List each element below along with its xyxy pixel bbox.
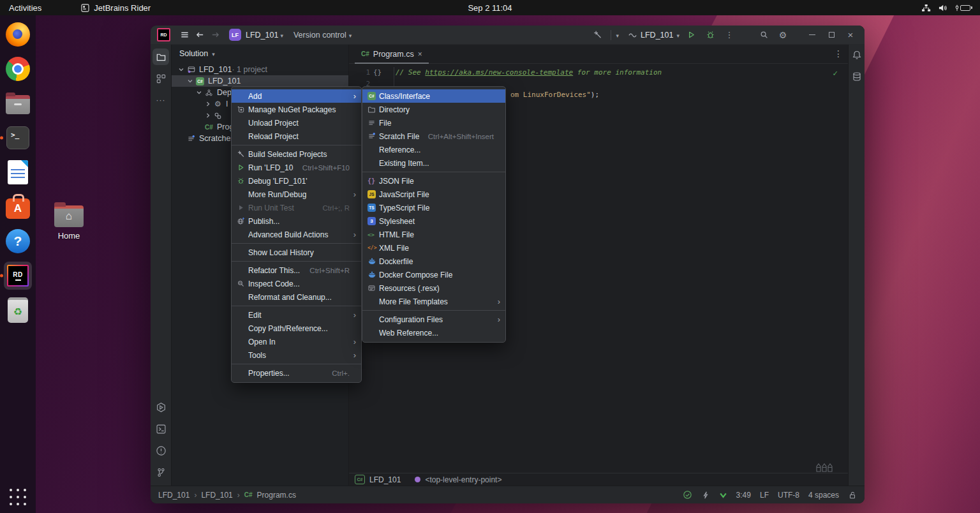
breadcrumb-project[interactable]: LFD_101 [369,475,401,484]
dock-item-ubuntu-software[interactable]: A [4,193,32,221]
desktop-home-icon[interactable]: ⌂ Home [51,205,87,241]
menu-item-reformat-and-cleanup[interactable]: Reformat and Cleanup... [232,290,361,304]
git-toolwindow-button[interactable] [152,464,169,480]
menu-item-javascript-file[interactable]: JSJavaScript File [362,188,505,201]
build-status-icon[interactable] [683,490,692,500]
menu-item-typescript-file[interactable]: TSTypeScript File [362,201,505,214]
maximize-button[interactable] [824,27,839,43]
menu-item-configuration-files[interactable]: Configuration Files› [362,313,505,326]
caret-position[interactable]: 3:49 [736,491,751,500]
kebab-icon[interactable]: ⋮ [834,48,843,59]
menu-item-resources-resx[interactable]: Resources (.resx) [362,281,505,295]
dock-item-libreoffice-writer[interactable] [4,158,32,186]
dock-item-firefox[interactable] [4,20,32,48]
database-toolwindow-button[interactable] [852,71,862,84]
tree-chevron-icon[interactable] [204,101,212,107]
forward-button[interactable] [207,27,223,43]
project-widget[interactable]: LF LFD_101 ▾ [229,29,283,41]
menu-item-reference[interactable]: Reference... [362,143,505,156]
menu-item-html-file[interactable]: <>HTML File [362,228,505,241]
dock-item-chrome[interactable] [4,55,32,83]
activities-button[interactable]: Activities [9,3,41,13]
menu-item-unload-project[interactable]: Unload Project [232,116,361,130]
menu-item-run-lfd-101[interactable]: Run 'LFD_101'Ctrl+Shift+F10 [232,161,361,174]
close-button[interactable]: × [843,27,858,43]
tree-chevron-icon[interactable] [186,78,195,84]
chevron-down-icon[interactable]: ▾ [616,33,620,39]
dock-item-jetbrains-rider[interactable]: RD [4,262,32,290]
more-toolwindows-button[interactable]: ··· [152,92,169,108]
menu-item-scratch-file[interactable]: Scratch FileCtrl+Alt+Shift+Insert [362,130,505,143]
menu-item-copy-path-reference[interactable]: Copy Path/Reference... [232,322,361,335]
tree-chevron-icon[interactable] [177,66,186,73]
tree-item-lfd-101[interactable]: C#LFD_101 [172,75,348,87]
main-menu-button[interactable] [177,27,192,43]
status-path-item[interactable]: LFD_101 [158,491,189,500]
build-button[interactable] [590,27,605,43]
menu-item-existing-item[interactable]: Existing Item... [362,156,505,170]
close-icon[interactable]: × [418,50,422,59]
menu-item-properties[interactable]: Properties...Ctrl+. [232,366,361,380]
fold-marker[interactable]: {} [370,67,387,78]
menu-item-more-run-debug[interactable]: More Run/Debug› [232,188,361,201]
menu-item-reload-project[interactable]: Reload Project [232,130,361,143]
menu-item-advanced-build-actions[interactable]: Advanced Build Actions› [232,228,361,241]
toolwindow-header[interactable]: Solution ▾ [172,45,348,62]
tab-program-cs[interactable]: C# Program.cs × [355,45,429,63]
tree-chevron-icon[interactable] [195,89,204,96]
vcs-widget[interactable]: Version control ▾ [293,31,352,40]
problems-toolwindow-button[interactable] [152,442,169,459]
menu-item-tools[interactable]: Tools› [232,348,361,362]
terminal-toolwindow-button[interactable] [152,420,169,437]
menu-item-json-file[interactable]: {}JSON File [362,174,505,188]
file-encoding[interactable]: UTF-8 [778,491,799,500]
system-tray[interactable] [921,4,972,12]
menu-item-file[interactable]: File [362,116,505,130]
run-button[interactable] [683,27,699,43]
search-everywhere-button[interactable] [756,27,771,43]
dock-item-help[interactable]: ? [4,227,32,255]
highlighting-level-icon[interactable] [701,491,710,500]
status-path-item[interactable]: LFD_101 [201,491,232,500]
run-toolwindow-button[interactable] [152,399,169,415]
dock-item-files[interactable] [4,89,32,117]
focused-app-menu[interactable]: JetBrains Rider [81,3,151,13]
menu-item-publish[interactable]: Publish... [232,214,361,228]
indent-style[interactable]: 4 spaces [808,491,839,500]
menu-item-show-local-history[interactable]: Show Local History [232,246,361,259]
show-applications-button[interactable] [10,489,27,507]
menu-item-refactor-this[interactable]: Refactor This...Ctrl+Shift+R [232,264,361,277]
dock-item-trash[interactable]: ♻ [4,296,32,324]
comment-link[interactable]: https://aka.ms/new-console-template [425,68,573,77]
notifications-button[interactable] [852,50,862,63]
menu-item-manage-nuget-packages[interactable]: Manage NuGet Packages [232,103,361,116]
green-chevron-icon[interactable] [719,491,727,499]
breadcrumb-symbol[interactable]: <top-level-entry-point> [425,475,501,484]
menu-item-directory[interactable]: Directory [362,103,505,116]
inspections-ok-icon[interactable]: ✓ [833,68,838,79]
menu-item-inspect-code[interactable]: Inspect Code... [232,277,361,290]
menu-item-build-selected-projects[interactable]: Build Selected Projects [232,147,361,161]
tree-chevron-icon[interactable] [204,112,212,119]
menu-item-more-file-templates[interactable]: More File Templates› [362,295,505,308]
structure-toolwindow-button[interactable] [152,70,169,87]
menu-item-xml-file[interactable]: </>XML File [362,241,505,255]
status-breadcrumbs[interactable]: LFD_101 › LFD_101 › C# Program.cs [158,491,296,500]
menu-item-dockerfile[interactable]: Dockerfile [362,255,505,268]
menu-item-docker-compose-file[interactable]: Docker Compose File [362,268,505,281]
debug-button[interactable] [702,27,718,43]
dock-item-terminal[interactable]: >_ [4,124,32,152]
lock-icon[interactable] [848,491,857,500]
more-actions-button[interactable]: ⋮ [722,27,737,43]
menu-item-add[interactable]: Add› [232,89,361,103]
run-configuration-widget[interactable]: LFD_101 ▾ [628,30,679,40]
back-button[interactable] [192,27,207,43]
tree-item-lfd-101[interactable]: LFD_101 · 1 project [172,64,348,75]
settings-button[interactable]: ⚙ [775,27,791,43]
menu-item-open-in[interactable]: Open In› [232,335,361,348]
minimize-button[interactable] [805,27,820,43]
menu-item-stylesheet[interactable]: 3Stylesheet [362,214,505,228]
menu-item-debug-lfd-101[interactable]: Debug 'LFD_101' [232,174,361,188]
solution-toolwindow-button[interactable] [152,48,169,65]
line-ending[interactable]: LF [760,491,769,500]
